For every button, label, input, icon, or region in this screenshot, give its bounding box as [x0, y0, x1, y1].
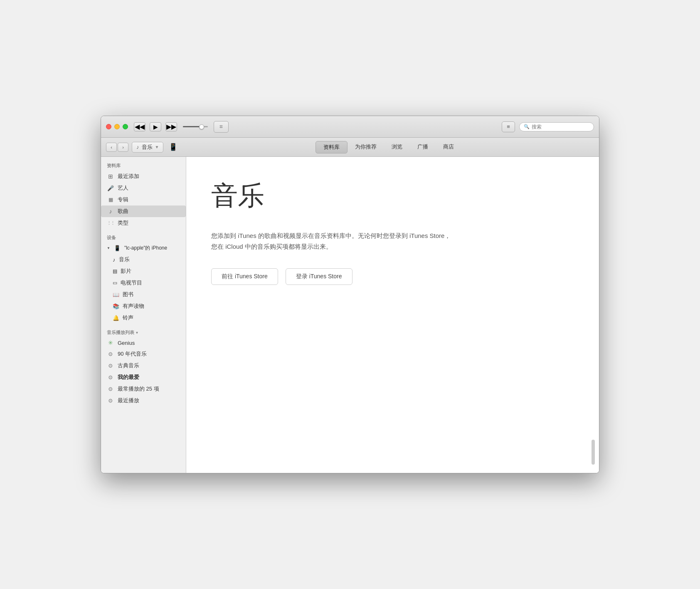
sidebar-item-books[interactable]: 📖 图书 — [101, 289, 186, 300]
sidebar-item-genres[interactable]: ⋮⋮ 类型 — [101, 217, 186, 229]
itunes-window: ◀◀ ▶ ▶▶ ⌗ ≡ 🔍 ‹ — [101, 116, 599, 473]
forward-nav-icon: › — [122, 145, 124, 150]
section-label: 音乐 — [142, 144, 153, 151]
tv-icon: ▭ — [113, 280, 117, 286]
forward-button[interactable]: ▶▶ — [165, 122, 177, 131]
goto-itunes-store-button[interactable]: 前往 iTunes Store — [211, 268, 278, 285]
forward-icon: ▶▶ — [166, 123, 176, 131]
gear-90s-icon: ⚙ — [107, 351, 114, 357]
sidebar-item-genius[interactable]: ✳ Genius — [101, 337, 186, 348]
back-icon: ‹ — [111, 145, 112, 150]
tab-library[interactable]: 资料库 — [315, 141, 348, 153]
content-description: 您添加到 iTunes 的歌曲和视频显示在音乐资料库中。无论何时您登录到 iTu… — [211, 230, 452, 252]
content-buttons: 前往 iTunes Store 登录 iTunes Store — [211, 268, 574, 285]
sidebar-item-recently-added[interactable]: ⊞ 最近添加 — [101, 171, 186, 182]
playlist-section-header[interactable]: 音乐播放列表 ▾ — [101, 324, 186, 337]
sidebar-item-iphone[interactable]: ▼ 📱 "lc-apple"的 iPhone — [101, 243, 186, 254]
navbar: ‹ › ♪ 音乐 ▼ 📱 资料库 为你推荐 浏览 广播 — [101, 138, 599, 157]
airplay-button[interactable]: ⌗ — [214, 121, 229, 133]
tab-radio[interactable]: 广播 — [410, 141, 436, 153]
device-button[interactable]: 📱 — [167, 142, 179, 153]
scroll-indicator — [592, 440, 595, 465]
gear-top25-icon: ⚙ — [107, 386, 114, 392]
forward-nav-button[interactable]: › — [118, 143, 128, 152]
traffic-lights — [106, 124, 128, 129]
gear-classical-icon: ⚙ — [107, 363, 114, 369]
sidebar-item-90s[interactable]: ⚙ 90 年代音乐 — [101, 348, 186, 360]
volume-slider[interactable] — [183, 126, 208, 127]
rewind-icon: ◀◀ — [135, 123, 145, 131]
minimize-button[interactable] — [114, 124, 120, 129]
sidebar-item-movies[interactable]: ▤ 影片 — [101, 265, 186, 277]
device-music-label: 音乐 — [119, 256, 130, 263]
genius-icon: ✳ — [107, 339, 114, 346]
volume-thumb — [199, 124, 204, 129]
artists-label: 艺人 — [118, 184, 128, 192]
tab-recommended[interactable]: 为你推荐 — [348, 141, 384, 153]
ringtones-icon: 🔔 — [113, 315, 119, 321]
play-button[interactable]: ▶ — [150, 122, 161, 131]
content-title: 音乐 — [211, 178, 574, 214]
sidebar-item-ringtones[interactable]: 🔔 铃声 — [101, 312, 186, 324]
devices-section-header: 设备 — [101, 229, 186, 243]
movies-icon: ▤ — [113, 268, 117, 274]
sidebar-item-music[interactable]: ♪ 音乐 — [101, 254, 186, 265]
play-icon: ▶ — [153, 124, 158, 130]
recent-label: 最近播放 — [118, 397, 139, 404]
menu-button[interactable]: ≡ — [502, 121, 515, 132]
movies-label: 影片 — [121, 267, 131, 275]
search-icon: 🔍 — [524, 124, 530, 129]
titlebar: ◀◀ ▶ ▶▶ ⌗ ≡ 🔍 — [101, 116, 599, 138]
iphone-icon: 📱 — [113, 245, 121, 251]
back-button[interactable]: ‹ — [106, 143, 117, 152]
sidebar-item-tv[interactable]: ▭ 电视节目 — [101, 277, 186, 289]
volume-track — [183, 126, 208, 127]
tab-browse[interactable]: 浏览 — [384, 141, 410, 153]
playlist-section-label: 音乐播放列表 — [107, 329, 134, 336]
content-area: 音乐 您添加到 iTunes 的歌曲和视频显示在音乐资料库中。无论何时您登录到 … — [186, 157, 599, 473]
albums-label: 专辑 — [118, 196, 128, 203]
top25-label: 最常播放的 25 项 — [118, 385, 159, 393]
audiobooks-label: 有声读物 — [123, 302, 144, 310]
music-note-icon: ♪ — [136, 144, 139, 150]
sidebar-item-artists[interactable]: 🎤 艺人 — [101, 182, 186, 194]
search-input[interactable] — [532, 124, 590, 130]
nav-arrows: ‹ › — [106, 143, 128, 152]
sidebar-item-recent[interactable]: ⚙ 最近播放 — [101, 395, 186, 406]
classical-label: 古典音乐 — [118, 362, 139, 369]
navbar-tabs: 资料库 为你推荐 浏览 广播 商店 — [182, 141, 594, 153]
ringtones-label: 铃声 — [123, 314, 133, 322]
expand-icon: ▼ — [107, 246, 110, 250]
tab-store[interactable]: 商店 — [436, 141, 461, 153]
menu-icon: ≡ — [507, 124, 510, 130]
airplay-icon: ⌗ — [219, 123, 223, 130]
sidebar-item-classical[interactable]: ⚙ 古典音乐 — [101, 360, 186, 371]
songs-icon: ♪ — [107, 208, 114, 215]
rewind-button[interactable]: ◀◀ — [134, 122, 145, 131]
genius-label: Genius — [118, 340, 135, 346]
devices-label: 设备 — [107, 235, 116, 241]
chevron-down-icon: ▼ — [155, 145, 159, 149]
close-button[interactable] — [106, 124, 111, 129]
sidebar-item-songs[interactable]: ♪ 歌曲 — [101, 205, 186, 217]
recently-added-icon: ⊞ — [107, 173, 114, 180]
gear-recent-icon: ⚙ — [107, 398, 114, 404]
login-itunes-store-button[interactable]: 登录 iTunes Store — [286, 268, 352, 285]
favorites-label: 我的最爱 — [118, 374, 139, 381]
sidebar-item-audiobooks[interactable]: 📚 有声读物 — [101, 300, 186, 312]
gear-favorites-icon: ⚙ — [107, 374, 114, 381]
sidebar: 资料库 ⊞ 最近添加 🎤 艺人 ▦ 专辑 ♪ 歌曲 ⋮⋮ 类型 — [101, 157, 186, 473]
section-selector[interactable]: ♪ 音乐 ▼ — [132, 142, 163, 153]
genres-icon: ⋮⋮ — [107, 220, 114, 226]
playlist-arrow-icon: ▾ — [136, 330, 138, 335]
library-section-label: 资料库 — [101, 157, 186, 171]
sidebar-item-albums[interactable]: ▦ 专辑 — [101, 194, 186, 205]
main-content: 资料库 ⊞ 最近添加 🎤 艺人 ▦ 专辑 ♪ 歌曲 ⋮⋮ 类型 — [101, 157, 599, 473]
sidebar-item-top25[interactable]: ⚙ 最常播放的 25 项 — [101, 383, 186, 395]
iphone-label: "lc-apple"的 iPhone — [124, 245, 167, 252]
maximize-button[interactable] — [123, 124, 128, 129]
genres-label: 类型 — [118, 219, 128, 227]
sidebar-item-favorites[interactable]: ⚙ 我的最爱 — [101, 371, 186, 383]
search-box[interactable]: 🔍 — [519, 122, 594, 131]
device-icon: 📱 — [169, 143, 177, 151]
